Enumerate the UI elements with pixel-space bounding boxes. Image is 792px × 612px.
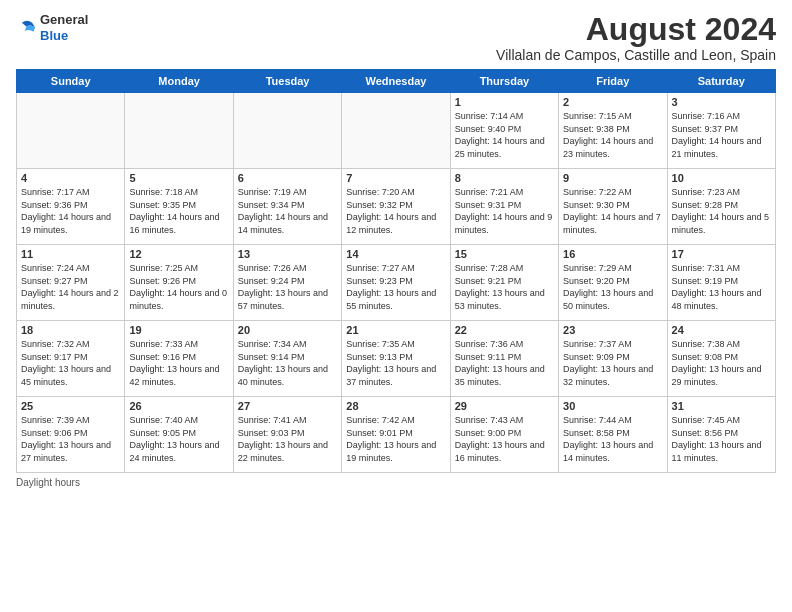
day-info: Sunrise: 7:29 AM Sunset: 9:20 PM Dayligh… [563, 262, 662, 312]
day-info: Sunrise: 7:22 AM Sunset: 9:30 PM Dayligh… [563, 186, 662, 236]
day-number: 14 [346, 248, 445, 260]
header: General Blue August 2024 Villalan de Cam… [16, 12, 776, 63]
day-header-saturday: Saturday [667, 70, 775, 93]
day-info: Sunrise: 7:18 AM Sunset: 9:35 PM Dayligh… [129, 186, 228, 236]
day-number: 29 [455, 400, 554, 412]
calendar-cell: 10Sunrise: 7:23 AM Sunset: 9:28 PM Dayli… [667, 169, 775, 245]
day-info: Sunrise: 7:24 AM Sunset: 9:27 PM Dayligh… [21, 262, 120, 312]
page-subtitle: Villalan de Campos, Castille and Leon, S… [496, 47, 776, 63]
calendar-week-0: 1Sunrise: 7:14 AM Sunset: 9:40 PM Daylig… [17, 93, 776, 169]
calendar-cell: 31Sunrise: 7:45 AM Sunset: 8:56 PM Dayli… [667, 397, 775, 473]
day-number: 10 [672, 172, 771, 184]
calendar-cell: 25Sunrise: 7:39 AM Sunset: 9:06 PM Dayli… [17, 397, 125, 473]
day-info: Sunrise: 7:42 AM Sunset: 9:01 PM Dayligh… [346, 414, 445, 464]
calendar-cell: 28Sunrise: 7:42 AM Sunset: 9:01 PM Dayli… [342, 397, 450, 473]
day-info: Sunrise: 7:36 AM Sunset: 9:11 PM Dayligh… [455, 338, 554, 388]
calendar-cell: 17Sunrise: 7:31 AM Sunset: 9:19 PM Dayli… [667, 245, 775, 321]
day-info: Sunrise: 7:27 AM Sunset: 9:23 PM Dayligh… [346, 262, 445, 312]
day-number: 30 [563, 400, 662, 412]
calendar-cell: 8Sunrise: 7:21 AM Sunset: 9:31 PM Daylig… [450, 169, 558, 245]
day-number: 1 [455, 96, 554, 108]
day-number: 22 [455, 324, 554, 336]
calendar-cell: 4Sunrise: 7:17 AM Sunset: 9:36 PM Daylig… [17, 169, 125, 245]
calendar-header-row: SundayMondayTuesdayWednesdayThursdayFrid… [17, 70, 776, 93]
day-info: Sunrise: 7:16 AM Sunset: 9:37 PM Dayligh… [672, 110, 771, 160]
day-number: 4 [21, 172, 120, 184]
calendar-week-3: 18Sunrise: 7:32 AM Sunset: 9:17 PM Dayli… [17, 321, 776, 397]
calendar-cell: 16Sunrise: 7:29 AM Sunset: 9:20 PM Dayli… [559, 245, 667, 321]
calendar-cell [17, 93, 125, 169]
logo: General Blue [16, 12, 88, 43]
day-info: Sunrise: 7:26 AM Sunset: 9:24 PM Dayligh… [238, 262, 337, 312]
day-number: 8 [455, 172, 554, 184]
calendar-cell: 27Sunrise: 7:41 AM Sunset: 9:03 PM Dayli… [233, 397, 341, 473]
day-info: Sunrise: 7:19 AM Sunset: 9:34 PM Dayligh… [238, 186, 337, 236]
day-number: 20 [238, 324, 337, 336]
day-info: Sunrise: 7:23 AM Sunset: 9:28 PM Dayligh… [672, 186, 771, 236]
day-info: Sunrise: 7:21 AM Sunset: 9:31 PM Dayligh… [455, 186, 554, 236]
day-info: Sunrise: 7:41 AM Sunset: 9:03 PM Dayligh… [238, 414, 337, 464]
day-info: Sunrise: 7:17 AM Sunset: 9:36 PM Dayligh… [21, 186, 120, 236]
day-number: 18 [21, 324, 120, 336]
day-info: Sunrise: 7:40 AM Sunset: 9:05 PM Dayligh… [129, 414, 228, 464]
day-number: 19 [129, 324, 228, 336]
calendar-week-4: 25Sunrise: 7:39 AM Sunset: 9:06 PM Dayli… [17, 397, 776, 473]
day-number: 11 [21, 248, 120, 260]
calendar-cell: 2Sunrise: 7:15 AM Sunset: 9:38 PM Daylig… [559, 93, 667, 169]
day-info: Sunrise: 7:33 AM Sunset: 9:16 PM Dayligh… [129, 338, 228, 388]
day-info: Sunrise: 7:39 AM Sunset: 9:06 PM Dayligh… [21, 414, 120, 464]
day-info: Sunrise: 7:37 AM Sunset: 9:09 PM Dayligh… [563, 338, 662, 388]
day-header-wednesday: Wednesday [342, 70, 450, 93]
calendar-cell: 14Sunrise: 7:27 AM Sunset: 9:23 PM Dayli… [342, 245, 450, 321]
day-number: 9 [563, 172, 662, 184]
calendar-cell: 26Sunrise: 7:40 AM Sunset: 9:05 PM Dayli… [125, 397, 233, 473]
calendar-cell: 21Sunrise: 7:35 AM Sunset: 9:13 PM Dayli… [342, 321, 450, 397]
calendar-cell [233, 93, 341, 169]
day-info: Sunrise: 7:20 AM Sunset: 9:32 PM Dayligh… [346, 186, 445, 236]
calendar-cell: 1Sunrise: 7:14 AM Sunset: 9:40 PM Daylig… [450, 93, 558, 169]
calendar-table: SundayMondayTuesdayWednesdayThursdayFrid… [16, 69, 776, 473]
calendar-cell: 6Sunrise: 7:19 AM Sunset: 9:34 PM Daylig… [233, 169, 341, 245]
day-info: Sunrise: 7:25 AM Sunset: 9:26 PM Dayligh… [129, 262, 228, 312]
page: General Blue August 2024 Villalan de Cam… [0, 0, 792, 612]
day-info: Sunrise: 7:31 AM Sunset: 9:19 PM Dayligh… [672, 262, 771, 312]
day-number: 24 [672, 324, 771, 336]
day-number: 17 [672, 248, 771, 260]
calendar-cell: 20Sunrise: 7:34 AM Sunset: 9:14 PM Dayli… [233, 321, 341, 397]
logo-blue: Blue [40, 28, 68, 43]
day-number: 21 [346, 324, 445, 336]
day-header-thursday: Thursday [450, 70, 558, 93]
day-info: Sunrise: 7:34 AM Sunset: 9:14 PM Dayligh… [238, 338, 337, 388]
calendar-cell: 3Sunrise: 7:16 AM Sunset: 9:37 PM Daylig… [667, 93, 775, 169]
day-info: Sunrise: 7:35 AM Sunset: 9:13 PM Dayligh… [346, 338, 445, 388]
calendar-cell: 24Sunrise: 7:38 AM Sunset: 9:08 PM Dayli… [667, 321, 775, 397]
day-number: 28 [346, 400, 445, 412]
day-number: 25 [21, 400, 120, 412]
day-number: 15 [455, 248, 554, 260]
day-info: Sunrise: 7:15 AM Sunset: 9:38 PM Dayligh… [563, 110, 662, 160]
day-info: Sunrise: 7:38 AM Sunset: 9:08 PM Dayligh… [672, 338, 771, 388]
calendar-cell [342, 93, 450, 169]
day-number: 26 [129, 400, 228, 412]
calendar-cell: 23Sunrise: 7:37 AM Sunset: 9:09 PM Dayli… [559, 321, 667, 397]
day-info: Sunrise: 7:28 AM Sunset: 9:21 PM Dayligh… [455, 262, 554, 312]
day-header-tuesday: Tuesday [233, 70, 341, 93]
calendar-cell: 12Sunrise: 7:25 AM Sunset: 9:26 PM Dayli… [125, 245, 233, 321]
calendar-cell: 22Sunrise: 7:36 AM Sunset: 9:11 PM Dayli… [450, 321, 558, 397]
day-info: Sunrise: 7:14 AM Sunset: 9:40 PM Dayligh… [455, 110, 554, 160]
day-number: 31 [672, 400, 771, 412]
calendar-cell: 9Sunrise: 7:22 AM Sunset: 9:30 PM Daylig… [559, 169, 667, 245]
calendar-cell: 11Sunrise: 7:24 AM Sunset: 9:27 PM Dayli… [17, 245, 125, 321]
day-header-friday: Friday [559, 70, 667, 93]
day-header-monday: Monday [125, 70, 233, 93]
calendar-cell: 7Sunrise: 7:20 AM Sunset: 9:32 PM Daylig… [342, 169, 450, 245]
title-block: August 2024 Villalan de Campos, Castille… [496, 12, 776, 63]
daylight-label: Daylight hours [16, 477, 80, 488]
day-number: 27 [238, 400, 337, 412]
day-number: 7 [346, 172, 445, 184]
logo-general: General [40, 12, 88, 27]
day-number: 12 [129, 248, 228, 260]
day-number: 5 [129, 172, 228, 184]
calendar-cell: 19Sunrise: 7:33 AM Sunset: 9:16 PM Dayli… [125, 321, 233, 397]
day-number: 3 [672, 96, 771, 108]
